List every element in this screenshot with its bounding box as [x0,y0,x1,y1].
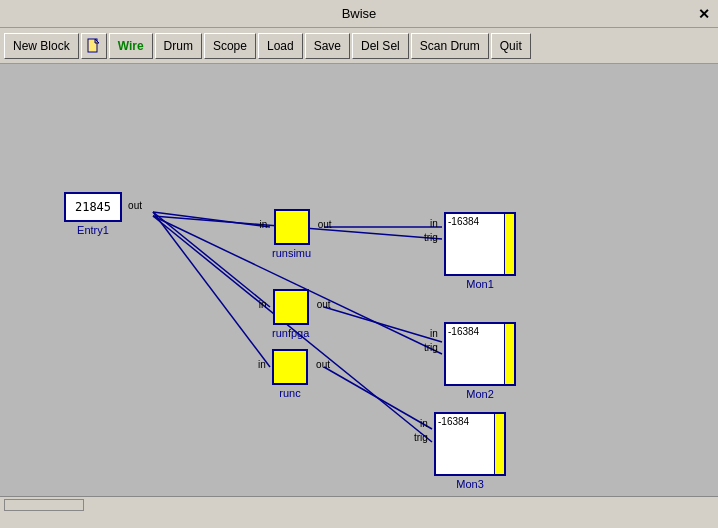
mon2-value: -16384 [448,326,479,337]
mon1-trig-port: trig [424,232,438,243]
mon2-bar [504,324,514,384]
svg-line-1 [153,212,270,227]
runfpga-out-port: out [317,299,331,310]
runsimu-out-port: out [318,219,332,230]
entry1-label: Entry1 [77,224,109,236]
window-title: Bwise [342,6,377,21]
runfpga-label: runfpga [272,327,309,339]
mon2-trig-port: trig [424,342,438,353]
entry1-out-port: out [128,200,142,211]
new-block-button[interactable]: New Block [4,33,79,59]
mon2-in-port: in [430,328,438,339]
runfpga-in-port: in [259,299,267,310]
svg-line-5 [324,307,442,342]
mon3-trig-port: trig [414,432,428,443]
runc-block[interactable]: in out runc [272,349,308,399]
runsimu-label: runsimu [272,247,311,259]
toolbar: New Block Wire Drum Scope Load Save Del … [0,28,718,64]
entry1-value: 21845 [75,200,111,214]
load-button[interactable]: Load [258,33,303,59]
runc-out-port: out [316,359,330,370]
save-button[interactable]: Save [305,33,350,59]
mon1-bar [504,214,514,274]
runsimu-block[interactable]: in out runsimu [272,209,311,259]
entry1-block[interactable]: 21845 out Entry1 [64,192,122,236]
wires-layer [0,64,718,512]
runc-in-port: in [258,359,266,370]
runfpga-block[interactable]: in out runfpga [272,289,309,339]
mon1-value: -16384 [448,216,479,227]
mon3-in-port: in [420,418,428,429]
wire-button[interactable]: Wire [109,33,153,59]
mon3-bar [494,414,504,474]
del-sel-button[interactable]: Del Sel [352,33,409,59]
horizontal-scrollbar[interactable] [0,496,718,512]
mon3-value: -16384 [438,416,469,427]
quit-button[interactable]: Quit [491,33,531,59]
runsimu-in-port: in [260,219,268,230]
drum-button[interactable]: Drum [155,33,202,59]
scan-drum-button[interactable]: Scan Drum [411,33,489,59]
svg-line-3 [153,212,270,367]
title-bar: Bwise ✕ [0,0,718,28]
runc-label: runc [279,387,300,399]
mon1-label: Mon1 [466,278,494,290]
close-button[interactable]: ✕ [698,7,710,21]
file-icon [86,38,102,54]
scope-button[interactable]: Scope [204,33,256,59]
svg-line-2 [153,212,270,307]
svg-line-6 [324,367,432,429]
mon1-block[interactable]: in trig -16384 Mon1 [444,212,516,290]
canvas-area[interactable]: 21845 out Entry1 in out runsimu in out r… [0,64,718,512]
mon1-in-port: in [430,218,438,229]
mon3-label: Mon3 [456,478,484,490]
scrollbar-thumb[interactable] [4,499,84,511]
mon3-block[interactable]: in trig -16384 Mon3 [434,412,506,490]
mon2-label: Mon2 [466,388,494,400]
file-icon-button[interactable] [81,33,107,59]
mon2-block[interactable]: in trig -16384 Mon2 [444,322,516,400]
